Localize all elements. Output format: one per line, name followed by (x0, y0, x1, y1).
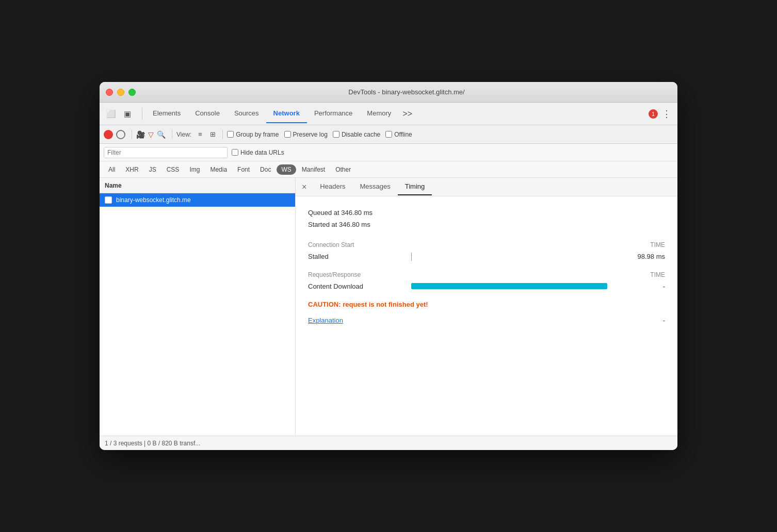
toolbar-divider-3 (222, 130, 223, 139)
nav-tabs: Elements Console Sources Network Perform… (145, 104, 398, 123)
filter-js[interactable]: JS (144, 164, 161, 175)
tab-elements[interactable]: Elements (145, 104, 188, 123)
timing-content: Queued at 346.80 ms Started at 346.80 ms… (296, 196, 677, 335)
filter-doc[interactable]: Doc (255, 164, 276, 175)
offline-checkbox[interactable] (385, 131, 392, 138)
detail-panel: × Headers Messages Timing Queued at 346.… (296, 178, 677, 436)
status-text: 1 / 3 requests | 0 B / 820 B transf... (105, 440, 200, 447)
connection-start-header: Connection Start TIME (308, 241, 665, 248)
disable-cache-checkbox[interactable] (333, 131, 339, 138)
filter-bar: Hide data URLs (100, 144, 677, 161)
connection-start-label: Connection Start (308, 241, 354, 248)
tab-memory[interactable]: Memory (360, 104, 398, 123)
window-title: DevTools - binary-websocket.glitch.me/ (142, 88, 671, 96)
nav-toolbar: ⬜ ▣ Elements Console Sources Network Per… (100, 103, 677, 125)
filter-img[interactable]: Img (185, 164, 204, 175)
content-download-time: - (624, 282, 665, 290)
hide-urls-text: Hide data URLs (240, 149, 284, 156)
tab-timing[interactable]: Timing (398, 178, 432, 195)
group-by-frame-checkbox[interactable] (227, 131, 234, 138)
file-icon (105, 196, 112, 204)
file-list-header: Name (100, 178, 295, 193)
minimize-button[interactable] (117, 89, 124, 96)
time-label-1: TIME (650, 241, 665, 248)
preserve-log-checkbox[interactable] (284, 131, 291, 138)
started-at-text: Started at 346.80 ms (308, 219, 665, 230)
filter-xhr[interactable]: XHR (121, 164, 143, 175)
tab-headers[interactable]: Headers (313, 178, 352, 195)
traffic-lights (106, 89, 136, 96)
toolbar-divider-1 (132, 130, 132, 139)
menu-dots-icon[interactable]: ⋮ (660, 108, 673, 120)
view-label: View: (176, 131, 191, 138)
disable-cache-checkbox-label[interactable]: Disable cache (333, 131, 380, 138)
toolbar-divider-2 (172, 130, 172, 139)
tab-console[interactable]: Console (188, 104, 227, 123)
group-view-button[interactable]: ⊞ (207, 129, 218, 140)
camera-icon[interactable]: 🎥 (136, 130, 145, 139)
timing-meta: Queued at 346.80 ms Started at 346.80 ms (308, 207, 665, 231)
queued-at-text: Queued at 346.80 ms (308, 207, 665, 219)
close-detail-button[interactable]: × (300, 181, 309, 193)
filter-font[interactable]: Font (233, 164, 254, 175)
titlebar: DevTools - binary-websocket.glitch.me/ (100, 82, 677, 103)
network-toolbar: 🎥 ▽ 🔍 View: ≡ ⊞ Group by frame Preserve … (100, 125, 677, 144)
content-download-bar-fill (411, 283, 607, 289)
caution-text: CAUTION: request is not finished yet! (308, 301, 665, 308)
group-by-frame-checkbox-label[interactable]: Group by frame (227, 131, 279, 138)
list-view-button[interactable]: ≡ (195, 129, 206, 140)
filter-all[interactable]: All (104, 164, 120, 175)
connection-start-section: Connection Start TIME Stalled 98.98 ms (308, 241, 665, 261)
toolbar-divider (142, 108, 142, 120)
offline-checkbox-label[interactable]: Offline (385, 131, 412, 138)
devtools-icons: ⬜ ▣ (104, 107, 135, 121)
status-bar: 1 / 3 requests | 0 B / 820 B transf... (100, 436, 677, 450)
request-response-label: Request/Response (308, 271, 361, 278)
more-tabs-button[interactable]: >> (398, 109, 416, 119)
stalled-bar (411, 253, 624, 261)
device-icon[interactable]: ▣ (120, 107, 135, 121)
stalled-label: Stalled (308, 253, 411, 260)
explanation-row: Explanation - (308, 317, 665, 324)
hide-urls-label[interactable]: Hide data URLs (232, 149, 284, 156)
filter-icon[interactable]: ▽ (148, 130, 154, 139)
filter-types: All XHR JS CSS Img Media Font Doc WS Man… (100, 161, 677, 178)
content-download-label: Content Download (308, 282, 411, 290)
file-name: binary-websocket.glitch.me (116, 196, 191, 204)
tab-network[interactable]: Network (266, 104, 307, 123)
explanation-link[interactable]: Explanation (308, 317, 343, 324)
detail-tabs: × Headers Messages Timing (296, 178, 677, 196)
record-button[interactable] (104, 130, 113, 139)
filter-manifest[interactable]: Manifest (297, 164, 330, 175)
maximize-button[interactable] (128, 89, 136, 96)
content-download-row: Content Download - (308, 282, 665, 290)
stalled-time: 98.98 ms (624, 253, 665, 260)
disable-cache-label: Disable cache (342, 131, 380, 138)
bar-divider (411, 253, 412, 261)
close-button[interactable] (106, 89, 113, 96)
filter-input[interactable] (104, 147, 228, 158)
group-by-frame-label: Group by frame (236, 131, 279, 138)
stalled-row: Stalled 98.98 ms (308, 253, 665, 261)
main-content: Name binary-websocket.glitch.me × Header… (100, 178, 677, 436)
list-item[interactable]: binary-websocket.glitch.me (100, 193, 295, 207)
tab-performance[interactable]: Performance (307, 104, 360, 123)
preserve-log-checkbox-label[interactable]: Preserve log (284, 131, 328, 138)
filter-css[interactable]: CSS (162, 164, 184, 175)
error-badge: 1 (649, 109, 658, 119)
stop-record-button[interactable] (116, 130, 125, 139)
devtools-window: DevTools - binary-websocket.glitch.me/ ⬜… (100, 82, 677, 450)
content-download-bar (411, 283, 624, 289)
time-label-2: TIME (650, 271, 665, 278)
hide-urls-checkbox[interactable] (232, 149, 238, 156)
tab-messages[interactable]: Messages (352, 178, 397, 195)
search-icon[interactable]: 🔍 (157, 130, 166, 139)
filter-ws[interactable]: WS (277, 164, 296, 175)
filter-media[interactable]: Media (205, 164, 232, 175)
offline-label: Offline (394, 131, 412, 138)
explanation-dash: - (663, 317, 665, 324)
tab-sources[interactable]: Sources (227, 104, 266, 123)
cursor-icon[interactable]: ⬜ (104, 107, 118, 121)
filter-other[interactable]: Other (331, 164, 355, 175)
request-response-header: Request/Response TIME (308, 271, 665, 278)
